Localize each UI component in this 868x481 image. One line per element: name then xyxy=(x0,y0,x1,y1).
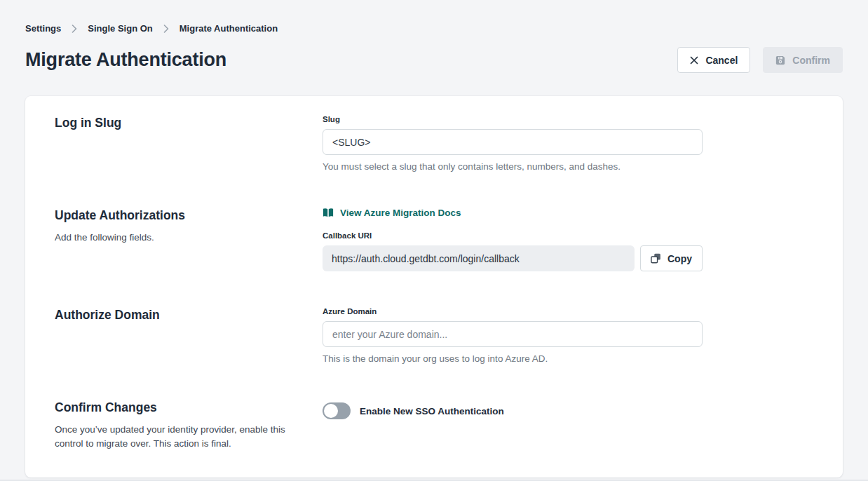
confirm-button-label: Confirm xyxy=(792,55,830,66)
cancel-button[interactable]: Cancel xyxy=(677,47,750,73)
header-actions: Cancel Confirm xyxy=(677,47,843,73)
copy-button-label: Copy xyxy=(667,253,692,264)
callback-uri-field-label: Callback URI xyxy=(323,231,813,240)
migrate-authentication-page: Settings Single Sign On Migrate Authenti… xyxy=(0,0,868,477)
migrate-authentication-card: Log in Slug Slug You must select a slug … xyxy=(25,96,843,477)
callback-uri-row: https://auth.cloud.getdbt.com/login/call… xyxy=(323,245,703,271)
enable-sso-toggle[interactable] xyxy=(323,402,351,419)
section-confirm-changes: Confirm Changes Once you’ve updated your… xyxy=(55,400,813,451)
cancel-button-label: Cancel xyxy=(705,55,738,66)
slug-help-text: You must select a slug that only contain… xyxy=(323,161,813,172)
enable-sso-toggle-row: Enable New SSO Authentication xyxy=(323,402,813,419)
section-authorize-domain: Authorize Domain Azure Domain This is th… xyxy=(55,307,813,364)
breadcrumb: Settings Single Sign On Migrate Authenti… xyxy=(25,23,843,34)
book-icon xyxy=(323,208,334,218)
confirm-changes-subtitle: Once you’ve updated your identity provid… xyxy=(55,423,297,451)
save-icon xyxy=(775,55,785,65)
page-title: Migrate Authentication xyxy=(25,49,226,71)
breadcrumb-settings[interactable]: Settings xyxy=(25,23,61,34)
azure-domain-input[interactable] xyxy=(323,321,703,347)
section-update-authorizations-left: Update Authorizations Add the following … xyxy=(55,208,323,271)
section-confirm-changes-left: Confirm Changes Once you’ve updated your… xyxy=(55,400,323,451)
section-confirm-changes-right: Enable New SSO Authentication xyxy=(323,400,813,451)
page-header: Migrate Authentication Cancel xyxy=(25,47,843,73)
update-authorizations-subtitle: Add the following fields. xyxy=(55,231,297,245)
section-authorize-domain-right: Azure Domain This is the domain your org… xyxy=(323,307,813,364)
slug-input[interactable] xyxy=(323,129,703,155)
section-heading-authorize-domain: Authorize Domain xyxy=(55,308,323,323)
section-heading-confirm-changes: Confirm Changes xyxy=(55,400,323,415)
section-login-slug-left: Log in Slug xyxy=(55,115,323,172)
enable-sso-toggle-label: Enable New SSO Authentication xyxy=(360,406,504,416)
section-heading-login-slug: Log in Slug xyxy=(55,116,323,130)
callback-uri-value[interactable]: https://auth.cloud.getdbt.com/login/call… xyxy=(323,245,635,271)
section-login-slug-right: Slug You must select a slug that only co… xyxy=(323,115,813,172)
azure-migration-docs-link[interactable]: View Azure Migration Docs xyxy=(323,208,461,218)
copy-button[interactable]: Copy xyxy=(640,245,703,271)
breadcrumb-single-sign-on[interactable]: Single Sign On xyxy=(88,23,152,34)
section-authorize-domain-left: Authorize Domain xyxy=(55,307,323,364)
azure-domain-field-label: Azure Domain xyxy=(323,307,813,316)
copy-icon xyxy=(651,253,661,264)
breadcrumb-migrate-authentication[interactable]: Migrate Authentication xyxy=(179,23,278,34)
confirm-button[interactable]: Confirm xyxy=(763,47,843,73)
azure-migration-docs-link-label: View Azure Migration Docs xyxy=(340,208,461,218)
section-heading-update-authorizations: Update Authorizations xyxy=(55,208,323,223)
slug-field-label: Slug xyxy=(323,115,813,123)
close-icon xyxy=(690,56,698,65)
chevron-right-icon xyxy=(72,25,77,33)
azure-domain-help-text: This is the domain your org uses to log … xyxy=(323,353,813,364)
section-login-slug: Log in Slug Slug You must select a slug … xyxy=(55,115,813,172)
section-update-authorizations-right: View Azure Migration Docs Callback URI h… xyxy=(323,208,813,271)
section-update-authorizations: Update Authorizations Add the following … xyxy=(55,208,813,271)
toggle-knob xyxy=(324,404,338,418)
chevron-right-icon xyxy=(163,25,169,33)
